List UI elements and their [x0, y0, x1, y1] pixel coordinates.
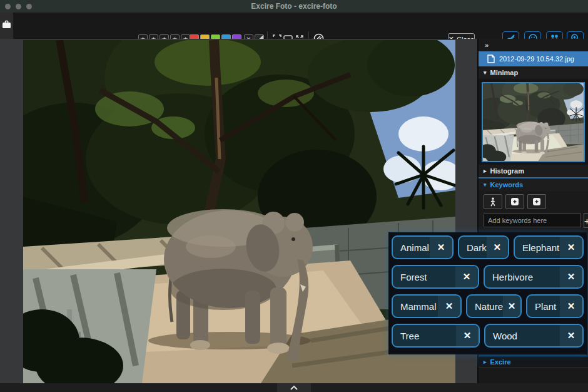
keyword-tag[interactable]: Nature ✕: [466, 294, 522, 318]
remove-tag-icon[interactable]: ✕: [560, 266, 582, 287]
export-keywords-button[interactable]: [505, 194, 524, 209]
remove-tag-icon[interactable]: ✕: [487, 237, 508, 258]
import-keywords-button[interactable]: [527, 194, 546, 209]
chevron-down-icon: ▾: [484, 182, 487, 188]
histogram-title: Histogram: [490, 167, 524, 175]
tag-label: Tree: [393, 325, 456, 346]
chevron-right-icon: ▸: [484, 359, 487, 365]
square-plus-icon: [510, 197, 519, 206]
remove-tag-icon[interactable]: ✕: [560, 237, 582, 258]
remove-tag-icon[interactable]: ✕: [503, 296, 520, 317]
tag-label: Wood: [485, 325, 560, 346]
left-tool-strip: [0, 13, 13, 42]
keyword-tag[interactable]: Elephant ✕: [514, 235, 584, 259]
remove-tag-icon[interactable]: ✕: [456, 325, 479, 346]
collapse-sidebar-icon[interactable]: »: [485, 41, 488, 49]
tag-label: Plant: [527, 296, 560, 317]
tag-label: Herbivore: [485, 266, 560, 287]
file-icon: [487, 54, 495, 63]
tag-label: Forest: [393, 266, 455, 287]
panel-header-minimap[interactable]: ▾ Minimap: [479, 66, 588, 79]
minimap-viewport[interactable]: [482, 82, 585, 162]
keyword-input-row: +: [479, 212, 588, 229]
remove-tag-icon[interactable]: ✕: [430, 237, 452, 258]
tag-label: Animal: [393, 237, 430, 258]
app-window: Excire Foto - excire-foto ★ ★ ★ ★ ★ ✕: [0, 0, 588, 392]
keyword-tag[interactable]: Forest ✕: [392, 265, 479, 289]
remove-tag-icon[interactable]: ✕: [560, 296, 582, 317]
filmstrip-expand-button[interactable]: [277, 383, 311, 392]
file-row-selected[interactable]: 2012-09-29 10.54.32.jpg: [479, 51, 588, 66]
keyword-tag[interactable]: Herbivore ✕: [484, 265, 584, 289]
tag-label: Mammal: [393, 296, 438, 317]
chevron-down-icon: ▾: [484, 70, 487, 76]
panel-header-histogram[interactable]: ▸ Histogram: [479, 165, 588, 177]
keywords-toolbar: [479, 191, 588, 212]
window-title: Excire Foto - excire-foto: [0, 2, 588, 11]
keywords-title: Keywords: [490, 181, 524, 188]
keyword-tag[interactable]: Animal ✕: [392, 235, 454, 259]
keyword-input[interactable]: [484, 214, 581, 227]
square-plus-icon: [532, 197, 541, 206]
person-walk-icon: [489, 197, 497, 207]
remove-tag-icon[interactable]: ✕: [438, 296, 460, 317]
chevron-right-icon: ▸: [484, 168, 487, 174]
minimap-title: Minimap: [490, 69, 519, 76]
briefcase-icon[interactable]: [2, 20, 11, 29]
keyword-tag[interactable]: Wood ✕: [484, 324, 584, 348]
add-keyword-button[interactable]: +: [584, 213, 588, 228]
filename-label: 2012-09-29 10.54.32.jpg: [499, 55, 574, 63]
keyword-tag[interactable]: Dark ✕: [458, 235, 509, 259]
keyword-tags-panel: Animal ✕ Dark ✕ Elephant ✕ Forest ✕ Herb…: [388, 232, 587, 354]
tag-label: Nature: [467, 296, 503, 317]
minimap-panel: [479, 79, 588, 165]
chevron-up-icon: [290, 385, 298, 391]
keyword-tag[interactable]: Tree ✕: [392, 324, 480, 348]
toolbar: ★ ★ ★ ★ ★ ✕: [0, 13, 588, 39]
keyword-tag[interactable]: Plant ✕: [526, 294, 584, 318]
panel-header-keywords[interactable]: ▾ Keywords: [479, 178, 588, 191]
keyword-tag[interactable]: Mammal ✕: [392, 294, 462, 318]
excire-title: Excire: [490, 358, 511, 366]
tag-label: Elephant: [515, 237, 560, 258]
person-keywords-button[interactable]: [484, 194, 502, 209]
panel-header-excire[interactable]: ▸ Excire: [479, 356, 588, 367]
remove-tag-icon[interactable]: ✕: [455, 266, 478, 287]
excire-panel-body: [479, 367, 588, 383]
bottom-bar: [0, 383, 588, 392]
titlebar: Excire Foto - excire-foto: [0, 0, 588, 13]
tag-label: Dark: [459, 237, 487, 258]
remove-tag-icon[interactable]: ✕: [560, 325, 582, 346]
